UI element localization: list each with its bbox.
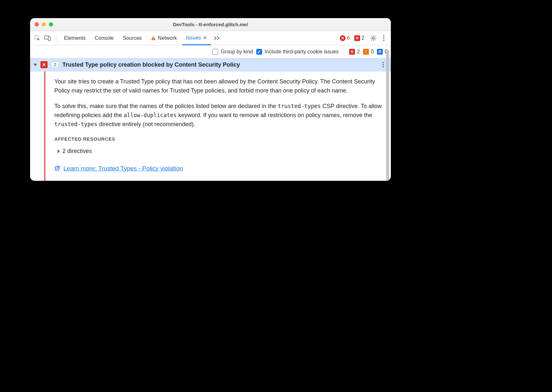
affected-resources-label: Affected Resources (54, 135, 383, 143)
svg-rect-4 (153, 39, 154, 40)
issue-title: Trusted Type policy creation blocked by … (62, 61, 375, 68)
svg-rect-10 (379, 50, 381, 51)
titlebar: DevTools - tt-enforced.glitch.me/ (30, 18, 391, 31)
checkbox-checked-icon (256, 49, 262, 55)
tab-network[interactable]: Network (147, 31, 181, 45)
separator (56, 35, 56, 42)
tab-label: Elements (64, 35, 86, 41)
code-keyword: allow-duplicates (124, 112, 177, 118)
svg-point-14 (382, 64, 384, 65)
warning-icon (151, 36, 156, 41)
group-by-kind-checkbox[interactable]: Group by kind (212, 49, 253, 55)
directives-expander[interactable]: 2 directives (58, 147, 383, 156)
issue-count-pill: 2 (51, 61, 59, 68)
tab-sources[interactable]: Sources (119, 31, 146, 45)
zoom-window-button[interactable] (49, 22, 53, 27)
issue-red-icon: ✕ (354, 35, 360, 41)
stat-count: 2 (357, 49, 360, 55)
close-tab-icon[interactable]: ✕ (203, 35, 207, 41)
external-link-icon (54, 165, 60, 171)
checkbox-unchecked-icon (212, 49, 218, 55)
svg-rect-3 (153, 37, 154, 39)
issue-orange-icon: ! (363, 49, 369, 55)
window-title: DevTools - tt-enforced.glitch.me/ (30, 22, 391, 27)
learn-more-row: Learn more: Trusted Types - Policy viola… (54, 164, 383, 173)
tab-elements[interactable]: Elements (60, 31, 90, 45)
minimize-window-button[interactable] (42, 22, 46, 27)
issues-filterbar: Group by kind Include third-party cookie… (30, 45, 391, 58)
stat-red[interactable]: ✕ 2 (349, 49, 360, 55)
close-window-button[interactable] (35, 22, 39, 27)
kebab-menu-icon[interactable] (379, 34, 388, 43)
tab-issues[interactable]: Issues ✕ (182, 31, 211, 45)
issue-severity-icon: ✕ (40, 61, 48, 68)
scrollbar-thumb[interactable] (386, 50, 389, 181)
issues-badge[interactable]: ✕ 2 (354, 35, 364, 41)
svg-point-7 (383, 38, 384, 39)
main-tabbar: Elements Console Sources Network Issues … (30, 31, 391, 45)
issue-body: Your site tries to create a Trusted Type… (30, 71, 391, 181)
code-directive: trusted-types (54, 121, 97, 127)
tab-console[interactable]: Console (91, 31, 118, 45)
include-third-party-checkbox[interactable]: Include third-party cookie issues (256, 49, 339, 55)
svg-point-13 (382, 62, 384, 63)
svg-point-15 (382, 66, 384, 68)
svg-rect-2 (48, 37, 50, 41)
checkbox-label: Include third-party cookie issues (265, 49, 339, 55)
more-tabs-icon[interactable] (212, 34, 221, 43)
devtools-window: DevTools - tt-enforced.glitch.me/ Elemen… (30, 18, 391, 181)
issue-header-row[interactable]: ✕ 2 Trusted Type policy creation blocked… (30, 58, 391, 71)
svg-point-5 (372, 37, 374, 39)
svg-rect-11 (379, 51, 381, 52)
directives-count: 2 directives (62, 147, 92, 156)
issue-blue-icon (377, 49, 383, 55)
svg-point-6 (383, 35, 384, 37)
issue-red-icon: ✕ (349, 49, 355, 55)
separator (344, 48, 344, 55)
traffic-lights (35, 22, 53, 27)
svg-rect-12 (379, 52, 381, 53)
issues-red-count: 2 (361, 35, 364, 41)
errors-badge[interactable]: ✕ 6 (340, 35, 350, 41)
inspect-icon[interactable] (33, 34, 42, 43)
checkbox-label: Group by kind (221, 49, 253, 55)
issue-description-p2: To solve this, make sure that the names … (54, 102, 383, 129)
issue-description-p1: Your site tries to create a Trusted Type… (54, 77, 383, 95)
stat-orange[interactable]: ! 0 (363, 49, 374, 55)
tab-label: Network (158, 35, 177, 41)
tab-label: Issues (186, 35, 201, 41)
vertical-scrollbar[interactable] (386, 50, 389, 181)
stat-count: 0 (371, 49, 374, 55)
disclosure-triangle-down-icon (33, 64, 37, 66)
disclosure-triangle-right-icon (58, 149, 60, 153)
device-toggle-icon[interactable] (43, 34, 52, 43)
svg-point-8 (383, 39, 384, 41)
errors-count: 6 (347, 35, 350, 41)
learn-more-link[interactable]: Learn more: Trusted Types - Policy viola… (63, 164, 183, 173)
code-directive: trusted-types (278, 103, 321, 109)
error-circle-icon: ✕ (340, 35, 346, 41)
tab-label: Console (95, 35, 114, 41)
settings-icon[interactable] (369, 34, 378, 43)
tab-label: Sources (123, 35, 142, 41)
